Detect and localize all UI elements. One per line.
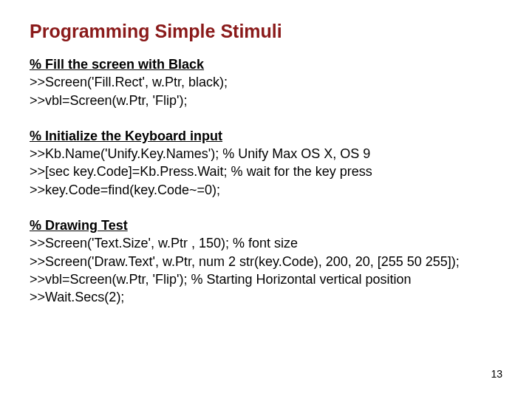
code-block-2: % Initialize the Keyboard input >>Kb.Nam… bbox=[30, 127, 502, 199]
code-line: >>Screen('Text.Size', w.Ptr , 150); % fo… bbox=[30, 234, 502, 252]
block-heading: % Drawing Test bbox=[30, 216, 502, 234]
slide-title: Programming Simple Stimuli bbox=[30, 21, 502, 42]
slide: Programming Simple Stimuli % Fill the sc… bbox=[0, 0, 532, 399]
code-block-1: % Fill the screen with Black >>Screen('F… bbox=[30, 55, 502, 109]
code-line: >>Kb.Name('Unify.Key.Names'); % Unify Ma… bbox=[30, 145, 502, 163]
code-line: >>Screen('Fill.Rect', w.Ptr, black); bbox=[30, 73, 502, 91]
block-heading: % Initialize the Keyboard input bbox=[30, 127, 502, 145]
code-line: >>vbl=Screen(w.Ptr, 'Flip'); % Starting … bbox=[30, 270, 502, 288]
code-line: >>Wait.Secs(2); bbox=[30, 288, 502, 306]
code-line: >>[sec key.Code]=Kb.Press.Wait; % wait f… bbox=[30, 163, 502, 180]
code-line: >>Screen('Draw.Text', w.Ptr, num 2 str(k… bbox=[30, 253, 502, 270]
code-line: >>key.Code=find(key.Code~=0); bbox=[30, 181, 502, 199]
code-block-3: % Drawing Test >>Screen('Text.Size', w.P… bbox=[30, 216, 502, 306]
block-heading: % Fill the screen with Black bbox=[30, 55, 502, 73]
page-number: 13 bbox=[491, 368, 502, 380]
code-line: >>vbl=Screen(w.Ptr, 'Flip'); bbox=[30, 92, 502, 109]
